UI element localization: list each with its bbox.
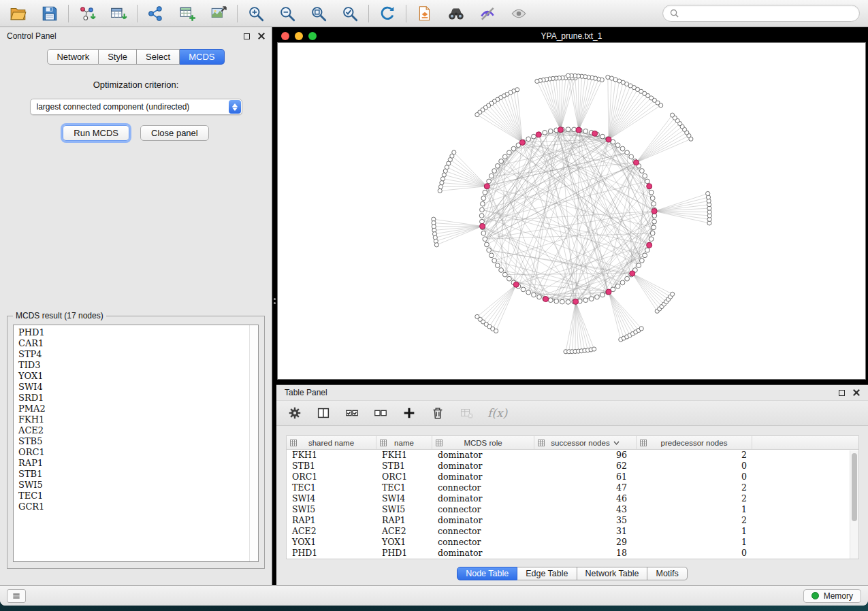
table-tab-motifs[interactable]: Motifs <box>647 567 687 580</box>
network-hub-GCR1[interactable] <box>543 297 549 302</box>
network-node[interactable] <box>566 127 570 132</box>
mcds-result-item[interactable]: CAR1 <box>18 338 258 349</box>
table-scrollbar-thumb[interactable] <box>852 453 857 521</box>
network-node[interactable] <box>639 169 644 174</box>
save-session-button[interactable] <box>39 3 60 24</box>
search-network-button[interactable] <box>446 3 466 24</box>
network-node[interactable] <box>639 259 644 263</box>
import-network-button[interactable] <box>77 3 97 24</box>
network-node[interactable] <box>489 253 494 258</box>
network-node[interactable] <box>483 190 487 195</box>
network-hub-ORC1[interactable] <box>519 139 525 145</box>
tab-style[interactable]: Style <box>99 49 137 65</box>
preview-eye-button[interactable] <box>509 3 529 24</box>
table-row[interactable]: TEC1TEC1connector472 <box>287 482 858 493</box>
mcds-result-item[interactable]: SWI5 <box>18 480 258 491</box>
table-row[interactable]: PHD1PHD1dominator180 <box>287 548 858 559</box>
network-node[interactable] <box>481 196 486 201</box>
network-node[interactable] <box>495 263 500 268</box>
run-mcds-button[interactable]: Run MCDS <box>63 125 129 141</box>
network-node[interactable] <box>583 298 588 303</box>
mcds-result-item[interactable]: SWI4 <box>18 382 258 393</box>
select-all-check-icon[interactable] <box>344 406 359 420</box>
import-table-button[interactable] <box>108 3 129 24</box>
network-hub-PMA2[interactable] <box>647 184 652 189</box>
network-node[interactable] <box>483 237 487 242</box>
network-node[interactable] <box>643 253 647 258</box>
table-row[interactable]: FKH1FKH1dominator962 <box>287 450 858 461</box>
network-node[interactable] <box>492 169 497 174</box>
network-node[interactable] <box>548 129 553 133</box>
network-node[interactable] <box>485 242 489 247</box>
network-node[interactable] <box>649 190 654 195</box>
mcds-result-item[interactable]: GCR1 <box>18 501 258 512</box>
zoom-in-button[interactable] <box>246 3 266 24</box>
mcds-result-item[interactable]: PHD1 <box>18 327 258 338</box>
table-scrollbar-track[interactable] <box>850 450 858 559</box>
network-node[interactable] <box>615 143 620 148</box>
network-leaf-node[interactable] <box>592 347 596 351</box>
mcds-result-item[interactable]: STP4 <box>18 349 258 360</box>
network-hub-RAP1[interactable] <box>633 160 639 165</box>
network-node[interactable] <box>645 248 649 252</box>
mcds-result-item[interactable]: YOX1 <box>18 371 258 382</box>
network-node[interactable] <box>652 201 656 206</box>
network-node[interactable] <box>649 237 654 242</box>
network-node[interactable] <box>620 146 625 151</box>
analyzer-off-button[interactable] <box>477 3 498 24</box>
network-node[interactable] <box>543 130 547 135</box>
table-row[interactable]: RAP1RAP1dominator352 <box>287 515 858 526</box>
network-node[interactable] <box>480 208 485 212</box>
network-leaf-node[interactable] <box>440 181 444 185</box>
network-hub-SWI5[interactable] <box>652 208 657 214</box>
network-hub-SWI4[interactable] <box>576 127 581 133</box>
network-node[interactable] <box>637 263 641 268</box>
network-node[interactable] <box>537 295 542 299</box>
table-options-gear-icon[interactable] <box>287 406 302 420</box>
export-network-button[interactable] <box>415 3 435 24</box>
table-row[interactable]: ACE2ACE2connector311 <box>287 526 858 537</box>
close-panel-icon[interactable] <box>258 33 265 39</box>
column-header-successor-nodes[interactable]: successor nodes <box>534 436 637 449</box>
network-node[interactable] <box>650 196 655 201</box>
network-node[interactable] <box>615 284 620 288</box>
network-node[interactable] <box>479 214 484 218</box>
network-node[interactable] <box>487 179 492 184</box>
column-header-MCDS-role[interactable]: MCDS role <box>432 436 534 449</box>
network-leaf-node[interactable] <box>434 243 438 247</box>
delete-row-trash-icon[interactable] <box>430 406 445 420</box>
mcds-result-item[interactable]: STB1 <box>18 469 258 480</box>
network-node[interactable] <box>499 268 504 273</box>
network-node[interactable] <box>620 280 625 285</box>
zoom-fit-button[interactable] <box>308 3 329 24</box>
new-network-button[interactable] <box>146 3 166 24</box>
mcds-result-item[interactable]: TEC1 <box>18 491 258 501</box>
table-row[interactable]: SWI4SWI4dominator462 <box>287 493 858 504</box>
network-node[interactable] <box>480 201 485 206</box>
network-hub-CAR1[interactable] <box>480 223 485 229</box>
network-leaf-node[interactable] <box>535 79 539 83</box>
network-node[interactable] <box>554 299 559 303</box>
network-leaf-node[interactable] <box>706 191 710 195</box>
deselect-all-check-icon[interactable] <box>373 406 388 420</box>
mcds-result-item[interactable]: ACE2 <box>18 425 258 436</box>
zoom-selected-button[interactable] <box>340 3 360 24</box>
network-node[interactable] <box>595 295 600 299</box>
network-node[interactable] <box>583 129 588 133</box>
network-node[interactable] <box>502 154 507 159</box>
tab-mcds[interactable]: MCDS <box>180 49 224 65</box>
apply-layout-button[interactable] <box>377 3 398 24</box>
network-hub-SRD1[interactable] <box>592 131 598 136</box>
network-node[interactable] <box>487 248 492 252</box>
mcds-result-item[interactable]: FKH1 <box>18 414 258 425</box>
network-node[interactable] <box>589 297 594 301</box>
network-node[interactable] <box>652 225 656 230</box>
close-panel-button[interactable]: Close panel <box>140 125 209 141</box>
network-hub-ACE2[interactable] <box>573 299 579 304</box>
network-leaf-node[interactable] <box>494 329 498 333</box>
network-node[interactable] <box>526 137 531 142</box>
mcds-result-item[interactable]: RAP1 <box>18 458 258 469</box>
network-leaf-node[interactable] <box>566 73 570 78</box>
column-header-predecessor-nodes[interactable]: predecessor nodes <box>637 436 752 449</box>
toolbar-search[interactable] <box>662 5 860 22</box>
